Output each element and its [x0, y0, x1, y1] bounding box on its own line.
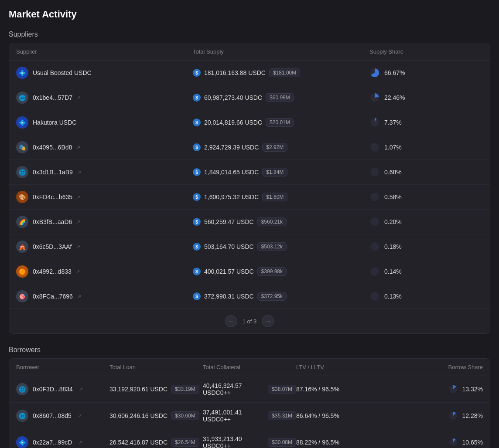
borrow-share-cell: 13.32% [390, 384, 483, 394]
table-row: 🌐 0x0F3D...8834 ↗ 33,192,920.61 USDC $33… [9, 376, 490, 403]
share-cell: 1.07% [369, 142, 483, 153]
supply-badge: $60.98M [266, 93, 294, 102]
collateral-cell: 37,491,001.41 USDC0++ $35.31M [203, 409, 296, 423]
collateral-cell: 31,933,213.40 USDC0++ $30.08M [203, 435, 296, 448]
supplier-entity: 🟠 0x4992...d833 ↗ [16, 265, 193, 278]
external-link-icon[interactable]: ↗ [79, 387, 83, 392]
borrowers-rows: 🌐 0x0F3D...8834 ↗ 33,192,920.61 USDC $33… [9, 376, 490, 448]
supply-cell: $ 1,849,014.65 USDC $1.84M [193, 168, 369, 176]
suppliers-pagination: ← 1 of 3 → [9, 309, 490, 333]
avatar: 💠 [16, 67, 28, 79]
collateral-value: 40,416,324.57 USDC0++ [203, 382, 264, 396]
borrower-name: 0x8607...08d5 [33, 412, 72, 419]
external-link-icon[interactable]: ↗ [78, 413, 82, 419]
supply-badge: $503.12k [257, 242, 287, 251]
avatar: 🌐 [16, 166, 28, 178]
next-page-button[interactable]: → [262, 315, 274, 327]
usdc-icon: $ [193, 69, 201, 77]
supply-value: 503,164.70 USDC [204, 243, 254, 250]
supplier-name: Usual Boosted USDC [33, 69, 92, 76]
external-link-icon[interactable]: ↗ [77, 95, 81, 101]
usdc-icon: $ [193, 143, 201, 151]
loan-cell: 26,542,416.87 USDC $26.54M [109, 438, 203, 447]
usdc-icon: $ [193, 292, 201, 300]
avatar: 🌐 [16, 92, 28, 104]
external-link-icon[interactable]: ↗ [76, 145, 80, 150]
borrower-name: 0x0F3D...8834 [33, 386, 73, 393]
prev-page-button[interactable]: ← [225, 315, 237, 327]
external-link-icon[interactable]: ↗ [77, 170, 81, 175]
pie-chart-icon [369, 291, 380, 302]
external-link-icon[interactable]: ↗ [78, 440, 82, 445]
table-row: 🎭 0x4095...6Bd8 ↗ $ 2,924,729.39 USDC $2… [9, 135, 490, 160]
share-cell: 0.13% [369, 291, 483, 302]
supply-value: 560,259.47 USDC [204, 218, 254, 225]
supply-cell: $ 2,924,729.39 USDC $2.92M [193, 143, 369, 152]
loan-value: 33,192,920.61 USDC [109, 386, 167, 393]
borrowers-table: Borrower Total Loan Total Collateral LTV… [9, 358, 490, 448]
borrow-share-col-header: Borrow Share [390, 364, 483, 370]
borrower-entity: 🌐 0x0F3D...8834 ↗ [16, 383, 109, 395]
avatar: 💠 [16, 116, 28, 129]
avatar: 🎨 [16, 191, 28, 203]
supplier-col-header: Supplier [16, 48, 193, 55]
borrower-name: 0x22a7...99cD [33, 439, 72, 446]
avatar: 🌈 [16, 216, 28, 228]
usdc-icon: $ [193, 218, 201, 226]
supplier-name: 0xB3fB...aaD6 [33, 218, 72, 225]
supply-cell: $ 60,987,273.40 USDC $60.98M [193, 93, 369, 102]
share-value: 0.20% [384, 218, 402, 225]
avatar: 💠 [16, 436, 28, 448]
collateral-value: 31,933,213.40 USDC0++ [203, 435, 264, 448]
external-link-icon[interactable]: ↗ [76, 244, 80, 250]
usdc-icon: $ [193, 243, 201, 251]
total-loan-col-header: Total Loan [109, 364, 203, 370]
borrow-share-value: 13.32% [462, 386, 483, 393]
borrow-share-cell: 10.65% [390, 438, 483, 447]
pie-chart-icon [369, 117, 380, 128]
loan-cell: 33,192,920.61 USDC $33.19M [109, 385, 203, 394]
usdc-icon: $ [193, 94, 201, 102]
external-link-icon[interactable]: ↗ [77, 294, 81, 299]
page-title: Market Activity [9, 9, 490, 20]
ltv-value: 88.22% / 96.5% [296, 439, 339, 446]
suppliers-rows: 💠 Usual Boosted USDC $ 181,016,163.88 US… [9, 61, 490, 309]
mini-pie-icon [448, 411, 458, 421]
supply-cell: $ 400,021.57 USDC $399.98k [193, 267, 369, 276]
supply-cell: $ 20,014,819.66 USDC $20.01M [193, 118, 369, 127]
share-cell: 0.58% [369, 192, 483, 202]
table-row: 💠 Hakutora USDC $ 20,014,819.66 USDC $20… [9, 110, 490, 135]
external-link-icon[interactable]: ↗ [76, 269, 80, 275]
table-row: 🎨 0xFD4c...b635 ↗ $ 1,600,975.32 USDC $1… [9, 185, 490, 210]
borrower-col-header: Borrower [16, 364, 109, 370]
avatar: 🌐 [16, 410, 28, 422]
supplier-name: 0x6c5D...3AAf [33, 243, 72, 250]
supplier-name: Hakutora USDC [33, 119, 76, 126]
table-row: 💠 0x22a7...99cD ↗ 26,542,416.87 USDC $26… [9, 429, 490, 448]
supplier-entity: 💠 Hakutora USDC [16, 116, 193, 129]
table-row: 🌐 0x3d1B...1aB9 ↗ $ 1,849,014.65 USDC $1… [9, 160, 490, 185]
suppliers-section-title: Suppliers [9, 31, 490, 38]
supply-share-col-header: Supply Share [369, 48, 483, 55]
external-link-icon[interactable]: ↗ [76, 219, 80, 225]
loan-cell: 30,606,246.16 USDC $30.60M [109, 411, 203, 420]
collateral-value: 37,491,001.41 USDC0++ [203, 409, 264, 423]
supply-value: 400,021.57 USDC [204, 268, 254, 275]
borrowers-section-title: Borrowers [9, 346, 490, 354]
supply-cell: $ 503,164.70 USDC $503.12k [193, 242, 369, 251]
pie-chart-icon [369, 217, 380, 227]
supply-cell: $ 372,990.31 USDC $372.95k [193, 292, 369, 301]
share-cell: 0.20% [369, 217, 483, 227]
borrow-share-value: 10.65% [462, 439, 483, 446]
loan-value: 26,542,416.87 USDC [109, 439, 167, 446]
share-value: 0.14% [384, 268, 402, 275]
share-cell: 0.68% [369, 167, 483, 177]
table-row: 🎪 0x6c5D...3AAf ↗ $ 503,164.70 USDC $503… [9, 234, 490, 259]
supplier-entity: 🎯 0x8FCa...7696 ↗ [16, 290, 193, 302]
external-link-icon[interactable]: ↗ [77, 194, 81, 200]
share-value: 0.68% [384, 169, 402, 176]
table-row: 💠 Usual Boosted USDC $ 181,016,163.88 US… [9, 61, 490, 85]
avatar: 🎯 [16, 290, 28, 302]
pie-chart-icon [369, 192, 380, 202]
borrowers-table-header: Borrower Total Loan Total Collateral LTV… [9, 359, 490, 376]
